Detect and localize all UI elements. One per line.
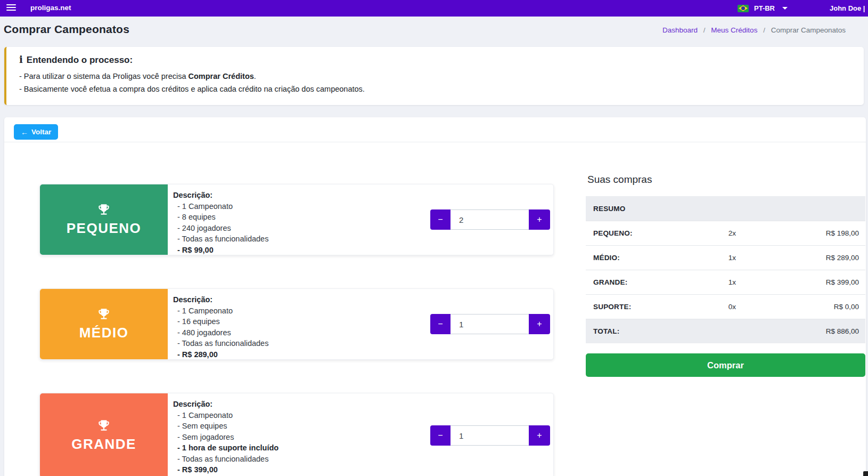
summary-row-qty: 1x: [692, 278, 772, 286]
scroll-top-button-partial[interactable]: [863, 471, 868, 476]
quantity-input[interactable]: [451, 209, 529, 230]
hamburger-menu-icon[interactable]: [6, 4, 16, 12]
summary-row-grande: GRANDE: 1x R$ 399,00: [586, 270, 865, 294]
brand-logo[interactable]: proligas.net: [30, 4, 71, 12]
decrease-button[interactable]: −: [430, 209, 451, 230]
quantity-stepper: − +: [430, 209, 550, 230]
trophy-icon: [97, 418, 111, 432]
description-price: - R$ 399,00: [177, 464, 279, 475]
product-card-pequeno: PEQUENO Descrição: - 1 Campeonato - 8 eq…: [39, 184, 554, 255]
summary-header-label: RESUMO: [586, 205, 692, 213]
locale-label: PT-BR: [754, 4, 775, 12]
quantity-input[interactable]: [451, 425, 529, 446]
product-description: Descrição: - 1 Campeonato - 16 equipes -…: [173, 294, 268, 360]
summary-row-medio: MÉDIO: 1x R$ 289,00: [586, 245, 865, 270]
product-banner: PEQUENO: [40, 184, 168, 255]
product-banner: GRANDE: [40, 393, 168, 476]
description-item: - 1 Campeonato: [177, 305, 268, 317]
product-description: Descrição: - 1 Campeonato - 8 equipes - …: [173, 190, 268, 255]
trophy-icon: [97, 203, 111, 216]
summary-row-total: TOTAL: R$ 886,00: [586, 319, 865, 343]
breadcrumb-separator: /: [763, 26, 765, 34]
breadcrumb: Dashboard / Meus Créditos / Comprar Camp…: [662, 26, 846, 34]
product-description: Descrição: - 1 Campeonato - Sem equipes …: [173, 399, 279, 475]
user-name: John Doe |: [830, 4, 865, 12]
summary-table: RESUMO PEQUENO: 2x R$ 198,00 MÉDIO: 1x R…: [586, 196, 865, 343]
description-item: - Todas as funcionalidades: [177, 233, 268, 245]
summary-row-label: PEQUENO:: [586, 229, 692, 237]
description-price: - R$ 99,00: [177, 245, 268, 256]
summary-row-qty: 1x: [692, 254, 772, 262]
chevron-down-icon: [782, 7, 788, 10]
summary-header-row: RESUMO: [586, 196, 865, 221]
page-title: Comprar Campeonatos: [4, 23, 129, 36]
description-title: Descrição:: [173, 294, 268, 305]
breadcrumb-meus-creditos[interactable]: Meus Créditos: [711, 26, 757, 34]
description-item: - Todas as funcionalidades: [177, 338, 268, 349]
quantity-stepper: − +: [430, 425, 550, 446]
info-line-1: - Para utilizar o sistema da Proligas vo…: [19, 72, 851, 80]
back-button[interactable]: ← Voltar: [14, 124, 58, 140]
description-price: - R$ 289,00: [177, 349, 268, 360]
description-item: - 16 equipes: [177, 316, 268, 327]
user-menu[interactable]: John Doe |: [830, 0, 868, 17]
description-item: - 1 hora de suporte incluído: [177, 442, 279, 454]
summary-row-suporte: SUPORTE: 0x R$ 0,00: [586, 294, 865, 319]
breadcrumb-current: Comprar Campeonatos: [771, 26, 846, 34]
increase-button[interactable]: +: [529, 425, 550, 446]
breadcrumb-dashboard[interactable]: Dashboard: [662, 26, 698, 34]
description-item: - 1 Campeonato: [177, 410, 279, 421]
info-icon: i: [19, 54, 23, 65]
summary-row-pequeno: PEQUENO: 2x R$ 198,00: [586, 221, 865, 245]
info-title: iEntendendo o processo:: [19, 54, 851, 66]
summary-row-label: MÉDIO:: [586, 254, 692, 262]
description-item: - 480 jogadores: [177, 327, 268, 338]
product-card-grande: GRANDE Descrição: - 1 Campeonato - Sem e…: [39, 393, 554, 476]
summary-row-amount: R$ 0,00: [772, 303, 865, 311]
summary-row-amount: R$ 289,00: [772, 254, 865, 262]
page: proligas.net PT-BR John Doe | Comprar Ca…: [0, 0, 868, 476]
top-navbar: proligas.net PT-BR John Doe |: [0, 0, 868, 17]
product-name: PEQUENO: [67, 220, 142, 237]
info-callout: iEntendendo o processo: - Para utilizar …: [4, 47, 864, 105]
description-item: - Todas as funcionalidades: [177, 454, 279, 465]
summary-row-amount: R$ 198,00: [772, 229, 865, 237]
decrease-button[interactable]: −: [430, 425, 451, 446]
language-selector[interactable]: PT-BR: [738, 0, 788, 17]
increase-button[interactable]: +: [529, 314, 550, 334]
summary-row-qty: 0x: [692, 303, 772, 311]
quantity-input[interactable]: [451, 314, 529, 334]
summary-total-amount: R$ 886,00: [772, 327, 865, 335]
summary-row-label: GRANDE:: [586, 278, 692, 286]
product-banner: MÉDIO: [40, 289, 168, 359]
trophy-icon: [97, 307, 111, 321]
increase-button[interactable]: +: [529, 209, 550, 230]
summary-heading: Suas compras: [587, 174, 652, 185]
brazil-flag-icon: [738, 5, 749, 12]
left-arrow-icon: ←: [21, 128, 28, 136]
description-item: - Sem equipes: [177, 421, 279, 432]
summary-row-qty: 2x: [692, 229, 772, 237]
decrease-button[interactable]: −: [430, 314, 451, 334]
summary-row-amount: R$ 399,00: [772, 278, 865, 286]
description-title: Descrição:: [173, 399, 279, 410]
description-item: - Sem jogadores: [177, 432, 279, 443]
product-name: MÉDIO: [79, 325, 129, 341]
summary-total-label: TOTAL:: [586, 327, 692, 335]
info-line-2: - Basicamente você efetua a compra dos c…: [19, 85, 851, 93]
product-card-medio: MÉDIO Descrição: - 1 Campeonato - 16 equ…: [39, 288, 554, 360]
description-item: - 1 Campeonato: [177, 201, 268, 212]
breadcrumb-separator: /: [703, 26, 706, 34]
product-name: GRANDE: [71, 436, 136, 453]
description-item: - 8 equipes: [177, 212, 268, 223]
buy-button[interactable]: Comprar: [586, 353, 865, 377]
quantity-stepper: − +: [430, 314, 550, 334]
description-title: Descrição:: [173, 190, 268, 201]
summary-row-label: SUPORTE:: [586, 303, 692, 311]
description-item: - 240 jogadores: [177, 223, 268, 234]
main-card-header: ← Voltar: [4, 117, 866, 142]
